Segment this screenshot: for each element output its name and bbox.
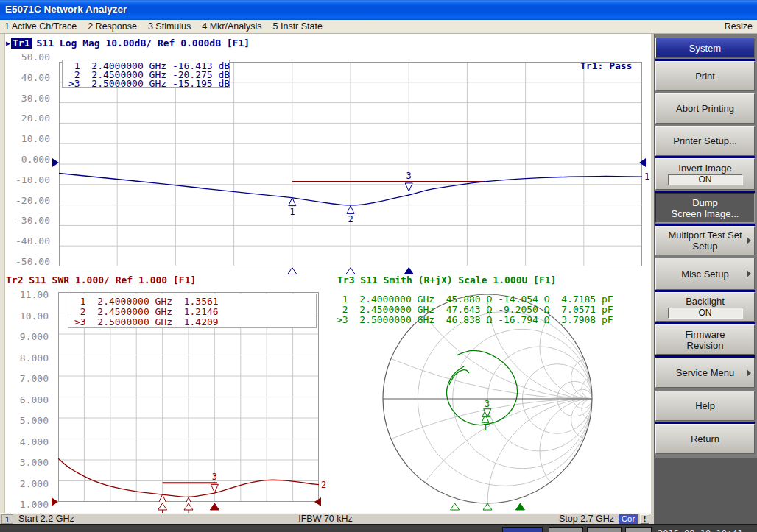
analyzer-screen: 123 50.0040.0030.0020.0010.000.000-10.00… <box>0 34 651 524</box>
softkey-misc-setup[interactable]: Misc Setup <box>655 258 755 290</box>
taskbar-button[interactable] <box>587 527 622 532</box>
ifbw-readout: IFBW 70 kHz <box>0 514 651 524</box>
window-title: E5071C Network Analyzer <box>5 4 127 15</box>
menu-bar: 1 Active Ch/Trace 2 Response 3 Stimulus … <box>0 20 757 34</box>
taskbar-button[interactable] <box>549 527 583 532</box>
softkey-panel: System Print Abort Printing Printer Setu… <box>651 34 757 524</box>
taskbar-button[interactable] <box>625 527 652 532</box>
taskbar: 2015-08-10 10:41 <box>0 524 757 532</box>
softkey-firmware-revision[interactable]: Firmware Revision <box>655 324 755 355</box>
softkey-menu-title: System <box>655 38 755 58</box>
softkey-print[interactable]: Print <box>655 61 755 91</box>
menu-instr-state[interactable]: 5 Instr State <box>273 21 323 32</box>
status-bar: 1 Start 2.2 GHz IFBW 70 kHz Stop 2.7 GHz… <box>0 513 651 524</box>
softkey-invert-image[interactable]: Invert Image ON <box>655 158 755 190</box>
title-bar[interactable]: E5071C Network Analyzer <box>0 0 757 20</box>
menu-active-ch-trace[interactable]: 1 Active Ch/Trace <box>4 21 77 32</box>
softkey-dump-screen-image[interactable]: Dump Screen Image... <box>655 193 755 223</box>
backlight-state: ON <box>668 308 743 319</box>
invert-image-state: ON <box>668 174 743 185</box>
svg-text:2: 2 <box>321 480 326 490</box>
softkey-panel-edge <box>651 34 655 524</box>
softkey-abort-printing[interactable]: Abort Printing <box>655 93 755 124</box>
softkey-service-menu[interactable]: Service Menu <box>655 358 755 388</box>
submenu-arrow-icon <box>747 270 751 277</box>
submenu-arrow-icon <box>747 369 751 377</box>
marker-overlay: 12 <box>0 34 651 513</box>
softkey-backlight[interactable]: Backlight ON <box>655 292 755 322</box>
softkey-help[interactable]: Help <box>655 391 755 421</box>
taskbar-clock: 2015-08-10 10:41 <box>658 528 743 532</box>
softkey-return[interactable]: Return <box>655 424 755 454</box>
menu-stimulus[interactable]: 3 Stimulus <box>148 21 191 32</box>
menu-resize[interactable]: Resize <box>725 21 753 32</box>
e5071c-window: E5071C Network Analyzer 1 Active Ch/Trac… <box>0 0 757 532</box>
svg-text:1: 1 <box>644 171 649 182</box>
menu-mkr-analysis[interactable]: 4 Mkr/Analysis <box>202 21 261 32</box>
menu-response[interactable]: 2 Response <box>88 21 137 32</box>
submenu-arrow-icon <box>747 237 751 244</box>
softkey-panel-empty <box>655 458 757 524</box>
softkey-multiport-test-set-setup[interactable]: Multiport Test Set Setup <box>655 226 755 255</box>
taskbar-button[interactable] <box>502 527 543 532</box>
softkey-printer-setup[interactable]: Printer Setup... <box>655 126 755 156</box>
